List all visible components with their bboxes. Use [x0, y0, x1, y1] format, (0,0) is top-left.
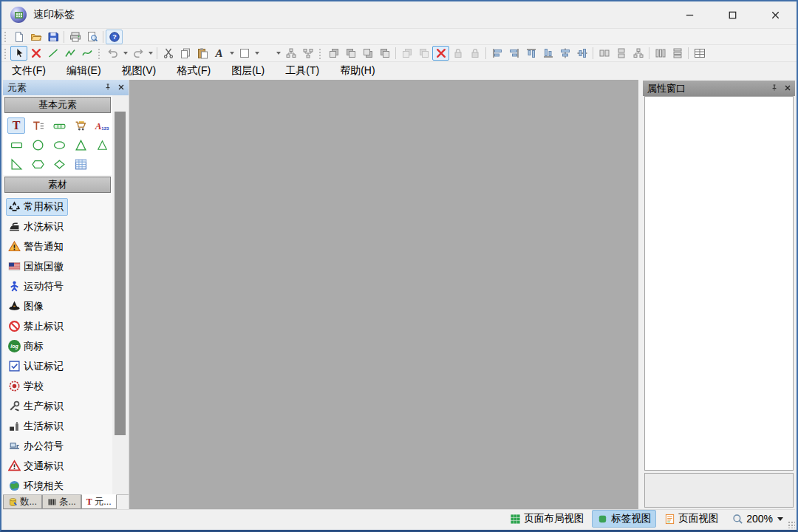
material-item-environment[interactable]: 环境相关 — [6, 476, 112, 494]
close-button[interactable] — [754, 1, 797, 28]
page-layout-view-button[interactable]: 页面布局视图 — [505, 510, 589, 528]
material-item-images[interactable]: 图像 — [6, 296, 112, 316]
redo-dropdown[interactable] — [146, 46, 154, 61]
redo-button[interactable] — [129, 46, 146, 61]
tab-elements[interactable]: T元... — [81, 494, 117, 509]
right-triangle-tool[interactable] — [7, 156, 25, 172]
toolbar-grip[interactable] — [4, 31, 7, 42]
open-button[interactable] — [27, 30, 44, 44]
unlock-button[interactable] — [466, 46, 483, 61]
align-center-button[interactable] — [573, 46, 590, 61]
curve-tool-button[interactable] — [78, 46, 95, 61]
material-item-common[interactable]: 常用标识 — [6, 197, 112, 216]
auto-number-tool[interactable]: A123 — [93, 117, 111, 134]
maximize-button[interactable] — [711, 1, 754, 28]
label-view-button[interactable]: 标签视图 — [592, 510, 656, 528]
help-button[interactable] — [106, 30, 123, 44]
resize-grip[interactable] — [788, 521, 795, 528]
panel-close-button[interactable] — [117, 81, 126, 95]
ellipse-tool[interactable] — [50, 137, 68, 153]
send-to-back-button[interactable] — [376, 46, 393, 61]
undo-dropdown[interactable] — [121, 46, 129, 61]
new-button[interactable] — [10, 30, 27, 44]
diamond-tool[interactable] — [50, 156, 68, 172]
design-canvas[interactable] — [129, 80, 638, 509]
delete-selected-button[interactable] — [432, 46, 449, 61]
pin-button[interactable] — [770, 82, 779, 95]
copy-button[interactable] — [177, 46, 194, 61]
tab-data[interactable]: 数... — [3, 495, 42, 509]
select-tool-button[interactable] — [10, 46, 27, 61]
pin-button[interactable] — [103, 81, 112, 95]
menu-format[interactable]: 格式(F) — [177, 64, 211, 78]
material-item-washing[interactable]: 水洗标识 — [6, 216, 112, 236]
shape-style-dropdown[interactable] — [253, 46, 261, 61]
toolbar-grip[interactable] — [318, 48, 322, 59]
delete-tool-button[interactable] — [27, 46, 44, 61]
material-item-production[interactable]: 生产标识 — [6, 396, 112, 416]
text-tool[interactable]: T — [7, 117, 25, 134]
menu-edit[interactable]: 编辑(E) — [66, 64, 101, 78]
font-dropdown[interactable] — [228, 46, 236, 61]
circle-tool[interactable] — [29, 137, 47, 153]
material-item-sports[interactable]: 运动符号 — [6, 276, 112, 296]
font-button[interactable]: A — [211, 46, 228, 61]
align-middle-button[interactable] — [556, 46, 573, 61]
bring-forward-button[interactable] — [325, 46, 342, 61]
more-dropdown[interactable] — [274, 46, 282, 61]
group-button[interactable] — [398, 46, 415, 61]
print-preview-button[interactable] — [83, 30, 100, 44]
toolbar-grip[interactable] — [4, 48, 7, 59]
material-item-prohibited[interactable]: 禁止标识 — [6, 316, 112, 336]
snap-node-button[interactable] — [282, 46, 299, 61]
material-item-life[interactable]: 生活标识 — [6, 416, 112, 436]
shape-style-button[interactable] — [236, 46, 253, 61]
undo-button[interactable] — [104, 46, 121, 61]
cut-button[interactable] — [160, 46, 177, 61]
arc-text-tool[interactable] — [50, 117, 68, 134]
align-right-button[interactable] — [505, 46, 522, 61]
menu-layer[interactable]: 图层(L) — [231, 64, 265, 78]
material-item-school[interactable]: 学校 — [6, 376, 112, 396]
material-item-office[interactable]: 办公符号 — [6, 436, 112, 456]
elements-panel-scrollbar[interactable] — [112, 95, 129, 494]
distribute-horizontal-button[interactable] — [652, 46, 669, 61]
panel-close-button[interactable] — [783, 82, 792, 95]
print-button[interactable] — [66, 30, 83, 44]
insert-table-button[interactable] — [691, 46, 708, 61]
same-width-button[interactable] — [596, 46, 613, 61]
align-left-button[interactable] — [488, 46, 505, 61]
hexagon-tool[interactable] — [29, 156, 47, 172]
ungroup-button[interactable] — [415, 46, 432, 61]
line-tool-button[interactable] — [44, 46, 61, 61]
material-item-traffic[interactable]: 交通标识 — [6, 456, 112, 476]
material-item-certification[interactable]: 认证标记 — [6, 356, 112, 376]
tab-barcode[interactable]: 条... — [42, 495, 81, 509]
send-backward-button[interactable] — [342, 46, 359, 61]
zoom-control[interactable]: 200% — [732, 513, 783, 525]
polyline-tool-button[interactable] — [61, 46, 78, 61]
menu-tools[interactable]: 工具(T) — [285, 64, 319, 78]
clipart-tool[interactable] — [72, 117, 89, 134]
bring-to-front-button[interactable] — [359, 46, 376, 61]
triangle-tool[interactable] — [72, 137, 89, 153]
material-item-flags[interactable]: 国旗国徽 — [6, 256, 112, 276]
table-tool[interactable] — [72, 156, 89, 172]
menu-file[interactable]: 文件(F) — [12, 64, 46, 78]
toolbar-grip[interactable] — [98, 48, 101, 59]
menu-help[interactable]: 帮助(H) — [340, 64, 375, 78]
minimize-button[interactable] — [668, 1, 711, 28]
material-item-warning[interactable]: 警告通知 — [6, 236, 112, 256]
page-view-button[interactable]: 页面视图 — [659, 510, 723, 528]
rectangle-tool[interactable] — [7, 137, 25, 153]
lock-button[interactable] — [449, 46, 466, 61]
same-size-button[interactable] — [630, 46, 647, 61]
zoom-dropdown-icon[interactable] — [777, 517, 783, 521]
align-bottom-button[interactable] — [539, 46, 556, 61]
triangle2-tool[interactable] — [93, 137, 111, 153]
center-node-button[interactable] — [299, 46, 316, 61]
scrollbar-thumb[interactable] — [115, 112, 126, 435]
align-top-button[interactable] — [522, 46, 539, 61]
properties-grid[interactable] — [644, 96, 794, 471]
same-height-button[interactable] — [613, 46, 630, 61]
